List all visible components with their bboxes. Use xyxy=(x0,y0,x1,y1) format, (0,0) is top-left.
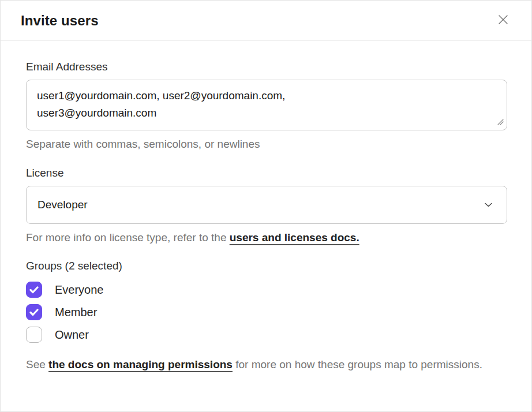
owner-checkbox-label: Owner xyxy=(55,328,89,342)
permissions-footnote: See the docs on managing permissions for… xyxy=(26,356,506,373)
email-addresses-input[interactable]: user1@yourdomain.com, user2@yourdomain.c… xyxy=(26,80,507,130)
everyone-checkbox-label: Everyone xyxy=(55,283,104,297)
owner-checkbox[interactable] xyxy=(26,327,42,343)
page-title: Invite users xyxy=(21,13,99,29)
license-hint-text: For more info on license type, refer to … xyxy=(26,231,230,244)
check-icon xyxy=(29,309,39,316)
modal-header: Invite users xyxy=(1,1,531,41)
groups-label: Groups (2 selected) xyxy=(26,260,506,272)
member-checkbox[interactable] xyxy=(26,304,42,320)
group-row-member: Member xyxy=(26,304,506,320)
everyone-checkbox[interactable] xyxy=(26,282,42,298)
email-hint: Separate with commas, semicolons, or new… xyxy=(26,138,506,151)
close-icon xyxy=(496,13,510,28)
modal-body: Email Addresses user1@yourdomain.com, us… xyxy=(1,41,531,373)
license-select[interactable]: Developer xyxy=(26,186,507,224)
invite-users-modal: Invite users Email Addresses user1@yourd… xyxy=(0,0,532,412)
check-icon xyxy=(29,286,39,294)
member-checkbox-label: Member xyxy=(55,306,97,319)
license-selected-value: Developer xyxy=(38,198,88,211)
group-row-owner: Owner xyxy=(26,327,506,343)
license-label: License xyxy=(26,167,506,179)
license-hint: For more info on license type, refer to … xyxy=(26,231,506,244)
chevron-down-icon xyxy=(484,200,493,210)
footnote-text-suffix: for more on how these groups map to perm… xyxy=(233,358,482,370)
footnote-text: See xyxy=(26,358,48,370)
group-row-everyone: Everyone xyxy=(26,282,506,298)
email-addresses-label: Email Addresses xyxy=(26,61,506,73)
email-textarea-wrap: user1@yourdomain.com, user2@yourdomain.c… xyxy=(26,80,506,130)
managing-permissions-docs-link[interactable]: the docs on managing permissions xyxy=(48,358,233,370)
users-and-licenses-docs-link[interactable]: users and licenses docs. xyxy=(230,231,359,244)
group-rows: Everyone Member Owner xyxy=(26,282,506,343)
close-button[interactable] xyxy=(493,11,513,31)
